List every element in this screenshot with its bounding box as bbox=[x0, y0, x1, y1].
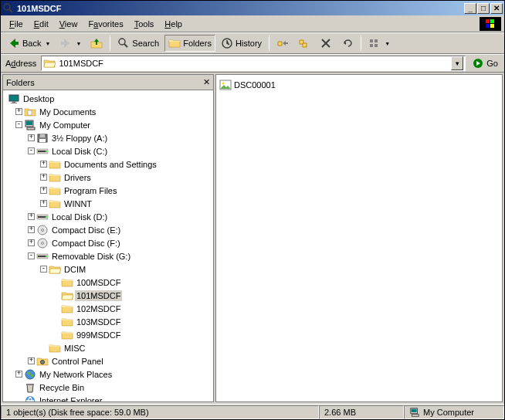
folder-icon bbox=[49, 171, 61, 184]
recycle-icon bbox=[24, 381, 36, 394]
expand-toggle[interactable]: + bbox=[40, 187, 47, 194]
delete-button[interactable] bbox=[316, 35, 336, 52]
tree-999msdcf[interactable]: 999MSDCF bbox=[5, 328, 212, 341]
tree-control-panel[interactable]: +Control Panel bbox=[5, 354, 212, 368]
maximize-button[interactable]: □ bbox=[477, 3, 490, 14]
network-icon bbox=[24, 368, 36, 381]
close-pane-button[interactable]: ✕ bbox=[203, 77, 210, 87]
address-bar: Address 101MSDCF ▼ Go bbox=[1, 54, 504, 73]
tree-removable-g[interactable]: -Removable Disk (G:) bbox=[5, 249, 212, 262]
expand-toggle[interactable]: + bbox=[28, 357, 35, 364]
address-input[interactable]: 101MSDCF ▼ bbox=[41, 56, 466, 71]
toolbar: Back▼ ▼ Search Folders History ▼ bbox=[1, 32, 504, 54]
ie-icon bbox=[24, 395, 36, 402]
back-label: Back bbox=[22, 39, 41, 48]
image-file-icon bbox=[219, 79, 232, 91]
tree-network-places[interactable]: +My Network Places bbox=[5, 368, 212, 381]
tree-documents-settings[interactable]: +Documents and Settings bbox=[5, 158, 212, 171]
folders-header: Folders ✕ bbox=[3, 75, 213, 90]
folder-icon bbox=[61, 303, 73, 315]
documents-icon bbox=[24, 106, 36, 118]
collapse-toggle[interactable]: - bbox=[40, 266, 47, 273]
address-value: 101MSDCF bbox=[59, 59, 103, 68]
tree-101msdcf[interactable]: 101MSDCF bbox=[5, 289, 212, 302]
tree-winnt[interactable]: +WINNT bbox=[5, 197, 212, 210]
tree-local-disk-c[interactable]: -Local Disk (C:) bbox=[5, 144, 212, 158]
folder-icon bbox=[43, 57, 56, 69]
go-icon bbox=[472, 57, 484, 69]
window-title: 101MSDCF bbox=[17, 4, 464, 13]
up-button[interactable] bbox=[86, 35, 107, 52]
windows-logo bbox=[480, 17, 501, 31]
move-to-button[interactable] bbox=[273, 35, 293, 52]
address-dropdown[interactable]: ▼ bbox=[451, 56, 463, 70]
copy-to-button[interactable] bbox=[294, 35, 314, 52]
tree-program-files[interactable]: +Program Files bbox=[5, 184, 212, 197]
tree-floppy-a[interactable]: +3½ Floppy (A:) bbox=[5, 131, 212, 144]
collapse-toggle[interactable]: - bbox=[15, 121, 22, 128]
tree-dcim[interactable]: -DCIM bbox=[5, 262, 212, 276]
tree-my-documents[interactable]: +My Documents bbox=[5, 105, 212, 118]
delete-icon bbox=[320, 37, 332, 49]
tree-misc[interactable]: MISC bbox=[5, 341, 212, 354]
folders-button[interactable]: Folders bbox=[164, 35, 215, 52]
computer-icon bbox=[409, 407, 420, 418]
tree-cd-e[interactable]: +Compact Disc (E:) bbox=[5, 223, 212, 236]
expand-toggle[interactable]: + bbox=[40, 174, 47, 181]
titlebar[interactable]: 101MSDCF _ □ ✕ bbox=[1, 1, 504, 15]
menu-edit[interactable]: Edit bbox=[29, 18, 54, 30]
expand-toggle[interactable]: + bbox=[28, 239, 35, 246]
close-button[interactable]: ✕ bbox=[490, 3, 503, 14]
tree-103msdcf[interactable]: 103MSDCF bbox=[5, 315, 212, 328]
drive-icon bbox=[36, 250, 49, 262]
address-label: Address bbox=[4, 59, 38, 68]
views-button[interactable]: ▼ bbox=[364, 35, 394, 52]
collapse-toggle[interactable]: - bbox=[28, 252, 35, 259]
forward-button[interactable]: ▼ bbox=[56, 35, 85, 52]
move-icon bbox=[276, 37, 289, 49]
menu-tools[interactable]: Tools bbox=[129, 18, 160, 30]
folder-tree[interactable]: Desktop +My Documents -My Computer +3½ F… bbox=[3, 90, 213, 401]
expand-toggle[interactable]: + bbox=[15, 371, 22, 378]
tree-drivers[interactable]: +Drivers bbox=[5, 171, 212, 184]
expand-toggle[interactable]: + bbox=[28, 226, 35, 233]
tree-local-disk-d[interactable]: +Local Disk (D:) bbox=[5, 210, 212, 223]
menu-file[interactable]: File bbox=[4, 18, 29, 30]
tree-100msdcf[interactable]: 100MSDCF bbox=[5, 276, 212, 289]
back-icon bbox=[8, 37, 20, 49]
go-button[interactable]: Go bbox=[469, 56, 501, 71]
menu-favorites[interactable]: Favorites bbox=[83, 18, 128, 30]
back-button[interactable]: Back▼ bbox=[4, 35, 54, 52]
expand-toggle[interactable]: + bbox=[40, 200, 47, 207]
expand-toggle[interactable]: + bbox=[28, 134, 35, 141]
undo-button[interactable] bbox=[337, 35, 358, 52]
tree-my-computer[interactable]: -My Computer bbox=[5, 118, 212, 131]
floppy-icon bbox=[36, 132, 49, 144]
folder-open-icon bbox=[61, 290, 73, 302]
separator bbox=[269, 36, 269, 51]
go-label: Go bbox=[486, 59, 498, 68]
expand-toggle[interactable]: + bbox=[28, 213, 35, 220]
file-list-pane[interactable]: DSC00001 bbox=[215, 74, 503, 402]
menu-view[interactable]: View bbox=[54, 18, 83, 30]
views-icon bbox=[368, 37, 381, 49]
expand-toggle[interactable]: + bbox=[15, 108, 22, 115]
undo-icon bbox=[341, 37, 354, 49]
file-item[interactable]: DSC00001 bbox=[219, 78, 499, 91]
history-label: History bbox=[236, 39, 262, 48]
tree-102msdcf[interactable]: 102MSDCF bbox=[5, 302, 212, 315]
tree-ie[interactable]: Internet Explorer bbox=[5, 394, 212, 401]
history-button[interactable]: History bbox=[217, 35, 266, 52]
collapse-toggle[interactable]: - bbox=[28, 147, 35, 154]
expand-toggle[interactable]: + bbox=[40, 161, 47, 168]
history-icon bbox=[221, 37, 233, 49]
folder-icon bbox=[61, 276, 73, 289]
folders-icon bbox=[168, 37, 181, 49]
folders-label: Folders bbox=[183, 39, 212, 48]
tree-desktop[interactable]: Desktop bbox=[5, 92, 212, 105]
tree-cd-f[interactable]: +Compact Disc (F:) bbox=[5, 236, 212, 249]
minimize-button[interactable]: _ bbox=[464, 3, 476, 14]
tree-recycle-bin[interactable]: Recycle Bin bbox=[5, 381, 212, 394]
menu-help[interactable]: Help bbox=[159, 18, 188, 30]
search-button[interactable]: Search bbox=[114, 35, 163, 52]
